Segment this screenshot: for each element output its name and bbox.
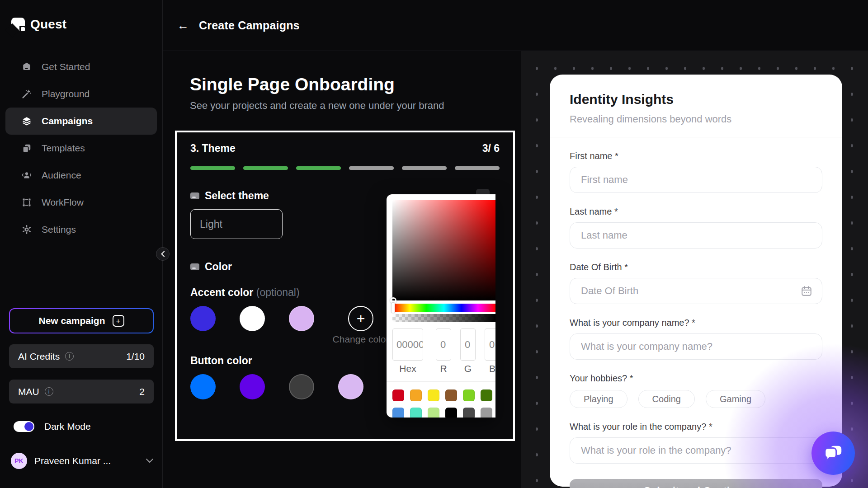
sidebar-collapse-button[interactable] (156, 247, 170, 261)
submit-button[interactable]: Submit and Continue (570, 479, 822, 488)
button-swatch[interactable] (240, 374, 265, 399)
copy-icon (22, 143, 32, 153)
profile-menu[interactable]: PK Praveen Kumar ... (11, 453, 154, 469)
accent-swatch[interactable] (240, 306, 265, 331)
preset-swatch[interactable] (410, 389, 422, 401)
progress-segment (455, 166, 500, 170)
sidebar-item-settings[interactable]: Settings (5, 216, 157, 243)
progress-segment (296, 166, 341, 170)
form-title: Identity Insights (570, 92, 822, 107)
page-title: Create Campaigns (199, 19, 300, 32)
change-color-control: + Change color (348, 306, 373, 331)
users-icon (22, 170, 32, 180)
blue-field-label: B (489, 363, 495, 374)
sidebar-item-templates[interactable]: Templates (5, 135, 157, 162)
calendar-icon[interactable] (801, 285, 812, 297)
preset-swatch[interactable] (428, 389, 439, 401)
sidebar-item-get-started[interactable]: Get Started (5, 53, 157, 80)
sidebar-item-workflow[interactable]: WorkFlow (5, 189, 157, 216)
button-swatch[interactable] (338, 374, 363, 399)
hex-field-label: Hex (399, 363, 416, 374)
saturation-area[interactable] (392, 200, 495, 300)
green-input[interactable] (460, 328, 476, 361)
sidebar-item-label: Get Started (42, 61, 90, 72)
hobby-chip-gaming[interactable]: Gaming (706, 390, 765, 408)
last-name-field[interactable] (570, 222, 822, 249)
divider (550, 137, 842, 137)
accent-swatch[interactable] (190, 306, 216, 331)
preview-panel: Identity Insights Revealing dimensions b… (521, 51, 868, 488)
step-header: 3. Theme 3/ 6 (190, 142, 500, 155)
green-field-label: G (464, 363, 472, 374)
wand-icon (22, 89, 32, 99)
dark-mode-row: Dark Mode (14, 421, 91, 432)
preset-swatch[interactable] (445, 389, 457, 401)
hex-field: Hex (392, 328, 423, 374)
hue-slider[interactable] (392, 304, 495, 312)
button-swatch[interactable] (289, 374, 314, 399)
preset-swatch[interactable] (428, 408, 439, 418)
sidebar-item-label: Campaigns (42, 116, 93, 127)
button-swatch[interactable] (190, 374, 216, 399)
ai-credits-label: AI Credits (18, 351, 60, 362)
first-name-field[interactable] (570, 167, 822, 193)
accent-optional-label: (optional) (256, 286, 300, 298)
sidebar-item-label: Playground (42, 89, 90, 99)
sidebar-item-playground[interactable]: Playground (5, 80, 157, 108)
sidebar-item-audience[interactable]: Audience (5, 162, 157, 189)
role-field[interactable] (570, 437, 822, 464)
sidebar: Quest Get Started Playground Campaigns T… (0, 0, 163, 488)
mau-row: MAU i 2 (9, 380, 154, 404)
preset-swatch[interactable] (463, 389, 475, 401)
change-color-label: Change color (333, 334, 389, 345)
preview-form-card: Identity Insights Revealing dimensions b… (550, 75, 842, 487)
toggle-knob (24, 422, 33, 431)
back-arrow-icon[interactable]: ← (177, 19, 189, 33)
preset-swatch[interactable] (392, 408, 404, 418)
dark-mode-toggle[interactable] (14, 421, 34, 432)
theme-select-value: Light (200, 218, 222, 230)
alpha-slider[interactable] (392, 314, 495, 322)
blue-input[interactable] (485, 328, 495, 361)
dob-field[interactable] (570, 278, 822, 304)
add-color-button[interactable]: + (348, 306, 373, 331)
new-campaign-button[interactable]: New campaign + (9, 308, 154, 333)
preset-swatch[interactable] (481, 389, 492, 401)
theme-icon (190, 192, 199, 199)
preset-swatch[interactable] (463, 408, 475, 418)
info-icon[interactable]: i (45, 387, 53, 396)
hobbies-label: Your hobbies? * (570, 373, 822, 384)
chevron-left-icon (160, 251, 165, 257)
main-content: Single Page Onboarding See your projects… (163, 51, 521, 488)
last-name-label: Last name * (570, 206, 822, 217)
preset-swatch[interactable] (410, 408, 422, 418)
theme-select[interactable]: Light (190, 209, 283, 239)
sidebar-nav: Get Started Playground Campaigns Templat… (0, 53, 162, 243)
color-value-fields: Hex R G B (392, 328, 495, 374)
red-field-label: R (440, 363, 447, 374)
red-input[interactable] (436, 328, 451, 361)
chat-widget-button[interactable] (811, 432, 855, 475)
preset-swatch[interactable] (392, 389, 404, 401)
hobby-chip-playing[interactable]: Playing (570, 390, 627, 408)
plus-icon: + (113, 315, 124, 327)
preset-swatch[interactable] (445, 408, 457, 418)
preset-swatch[interactable] (481, 408, 492, 418)
accent-swatch[interactable] (289, 306, 314, 331)
hue-slider-handle[interactable] (392, 303, 395, 313)
mau-label: MAU (18, 386, 39, 397)
campaign-title: Single Page Onboarding (190, 75, 395, 94)
gear-icon (22, 225, 32, 235)
hobby-chip-coding[interactable]: Coding (638, 390, 695, 408)
progress-segment (402, 166, 447, 170)
info-icon[interactable]: i (65, 352, 74, 361)
ai-credits-value: 1/10 (126, 351, 145, 362)
dob-label: Date Of Birth * (570, 262, 822, 272)
layers-icon (22, 116, 32, 126)
green-field: G (460, 328, 476, 374)
hex-input[interactable] (392, 328, 423, 361)
company-field[interactable] (570, 333, 822, 360)
sidebar-item-campaigns[interactable]: Campaigns (5, 108, 157, 135)
progress-segment (243, 166, 288, 170)
home-icon (22, 62, 32, 72)
